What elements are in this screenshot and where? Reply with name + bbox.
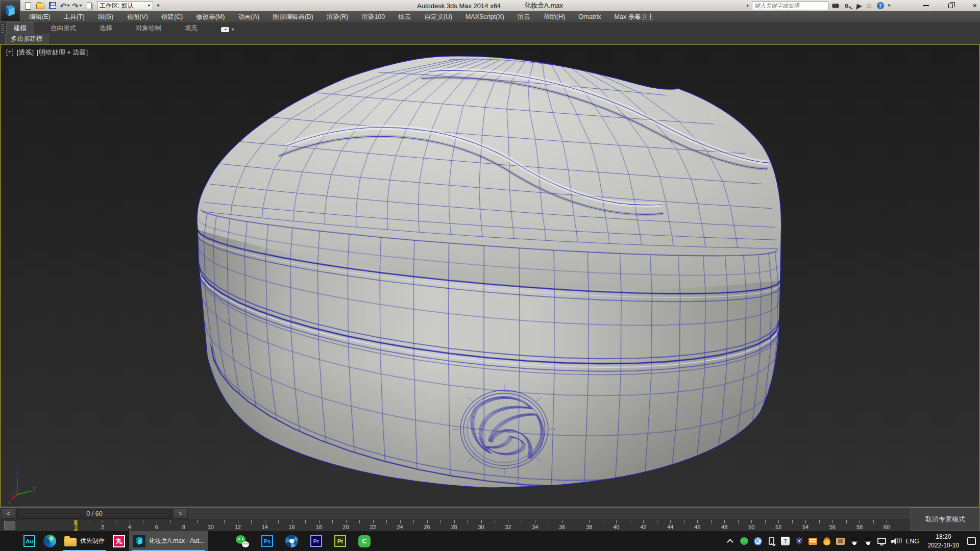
menu-item-8[interactable]: 渲染(R) (320, 11, 355, 22)
time-slider-handle[interactable]: 0 / 60 (16, 509, 173, 519)
restore-button[interactable] (948, 4, 953, 8)
toolbar-overflow-button[interactable] (157, 5, 160, 7)
language-indicator[interactable]: ENG (905, 538, 920, 545)
tray-todesk[interactable]: T (781, 537, 790, 546)
menu-item-15[interactable]: Ornatrix (572, 11, 607, 22)
pink-app-icon: 丸 (113, 535, 125, 547)
tray-volume[interactable]: ))) (891, 537, 900, 546)
taskbar-item-max-window[interactable]: 化妆盒A.max - Aut... (129, 531, 208, 551)
frame-tick (751, 520, 752, 523)
ribbon-tab-0[interactable]: 建模 (6, 22, 34, 34)
undo-button[interactable]: ↶ (60, 1, 69, 10)
application-menu-button[interactable] (0, 0, 20, 22)
viewport-menu-plus[interactable]: [+] (6, 48, 14, 57)
close-button[interactable]: × (972, 1, 977, 10)
frame-label-34: 34 (528, 524, 542, 530)
tray-snowflake[interactable]: ✳ (795, 537, 804, 546)
taskbar-item-keyshot[interactable] (281, 531, 302, 551)
taskbar-item-premiere[interactable]: Pr (306, 531, 326, 551)
taskbar-item-substance-painter[interactable]: Pt (330, 531, 350, 551)
menu-item-13[interactable]: 渲云 (511, 11, 537, 22)
ribbon-tab-1[interactable]: 自由形式 (43, 23, 83, 34)
next-frame-button[interactable]: > (174, 509, 188, 519)
help-dropdown-icon[interactable] (888, 5, 891, 7)
new-scene-button[interactable] (23, 1, 33, 10)
taskbar-item-pink-app[interactable]: 丸 (109, 531, 129, 551)
taskbar-item-wechat[interactable] (232, 531, 253, 551)
frame-label-4: 4 (123, 524, 136, 530)
binoculars-icon (832, 4, 839, 8)
ribbon-tab-2[interactable]: 选择 (92, 23, 119, 34)
audition-icon: Au (23, 535, 35, 547)
search-input[interactable] (752, 2, 828, 10)
viewport-menu-view[interactable]: [透视] (17, 48, 34, 57)
action-center-button[interactable] (967, 537, 976, 546)
minimize-button[interactable] (923, 5, 929, 6)
frame-label-40: 40 (609, 524, 623, 530)
window-controls: × (923, 0, 977, 11)
tray-qq-2[interactable] (864, 537, 873, 546)
open-file-button[interactable] (36, 1, 45, 10)
menu-item-14[interactable]: 帮助(H) (537, 11, 572, 22)
taskbar-clock[interactable]: 18:20 2022-10-10 (925, 533, 962, 549)
taskbar-item-folder-window[interactable]: 优先制作 (60, 531, 109, 551)
ribbon-tab-3[interactable]: 对象绘制 (129, 23, 168, 34)
menu-item-10[interactable]: 炫云 (391, 11, 418, 22)
cancel-expert-mode-button[interactable]: 取消专家模式 (911, 508, 980, 531)
menu-item-7[interactable]: 图形编辑器(D) (266, 11, 320, 22)
todesk-icon: T (781, 537, 790, 545)
menu-item-0[interactable]: 编辑(E) (22, 11, 57, 22)
menu-item-9[interactable]: 渲染100 (355, 11, 391, 22)
ribbon-tab-4[interactable]: 填充 (178, 23, 205, 34)
tray-screenshot[interactable] (836, 537, 845, 546)
mini-curve-editor-button[interactable] (4, 521, 15, 530)
network-icon (877, 538, 886, 544)
search-arrow-icon[interactable] (747, 4, 749, 7)
tray-firewall[interactable] (822, 537, 831, 546)
menu-item-3[interactable]: 视图(V) (120, 11, 155, 22)
help-button[interactable]: ? (876, 2, 885, 10)
favorites-button[interactable]: ☆ (865, 2, 873, 10)
ribbon-minimize-button[interactable] (221, 27, 234, 32)
frame-tick (643, 520, 644, 523)
taskbar-item-photoshop[interactable]: Ps (257, 531, 277, 551)
frame-tick (846, 520, 847, 523)
license-button[interactable] (842, 2, 851, 10)
previous-frame-button[interactable]: < (1, 509, 15, 519)
menu-item-16[interactable]: Max 杀毒卫士 (608, 11, 660, 22)
menu-item-6[interactable]: 动画(A) (231, 11, 266, 22)
tray-wechat[interactable] (740, 537, 749, 546)
project-folder-button[interactable] (85, 1, 94, 10)
tray-window-app[interactable] (808, 537, 818, 546)
menu-item-4[interactable]: 创建(C) (155, 11, 189, 22)
taskbar-item-audition[interactable]: Au (19, 531, 39, 551)
menu-item-2[interactable]: 组(G) (91, 11, 120, 22)
save-file-button[interactable] (48, 1, 57, 10)
viewport-menu-shading[interactable]: [明暗处理 + 边面] (37, 48, 88, 57)
track-bar[interactable]: 2468101214161820222426283032343638404244… (0, 520, 980, 531)
frame-tick (887, 520, 887, 523)
wechat-icon (236, 535, 249, 547)
communication-center-button[interactable] (853, 2, 862, 10)
tray-keyshot-k[interactable]: K (753, 537, 763, 546)
taskbar-item-edge[interactable] (39, 531, 60, 551)
tray-network[interactable] (877, 537, 887, 546)
menu-item-1[interactable]: 工具(T) (57, 11, 91, 22)
perspective-viewport[interactable]: zyx [+] [透视] [明暗处理 + 边面] (0, 44, 980, 508)
workspace-selector[interactable]: 工作区: 默认 (97, 1, 153, 10)
redo-button[interactable]: ↷ (72, 1, 82, 10)
panel-tab-polygon-modeling[interactable]: 多边形建模 (5, 34, 48, 44)
search-button[interactable] (831, 2, 840, 10)
frame-tick (251, 520, 252, 523)
taskbar-item-start[interactable] (0, 531, 19, 551)
menu-item-11[interactable]: 自定义(U) (418, 11, 459, 22)
tray-qq-1[interactable] (850, 537, 859, 546)
menu-item-12[interactable]: MAXScript(X) (459, 11, 511, 22)
current-frame-marker[interactable]: 0 (74, 520, 78, 531)
frame-label-52: 52 (772, 524, 785, 530)
menu-item-5[interactable]: 修改器(M) (189, 11, 231, 22)
tray-usb[interactable] (767, 537, 776, 546)
taskbar-item-camtasia[interactable]: C (354, 531, 375, 551)
frame-tick (657, 520, 657, 523)
tray-hidden-icons[interactable] (726, 537, 735, 546)
